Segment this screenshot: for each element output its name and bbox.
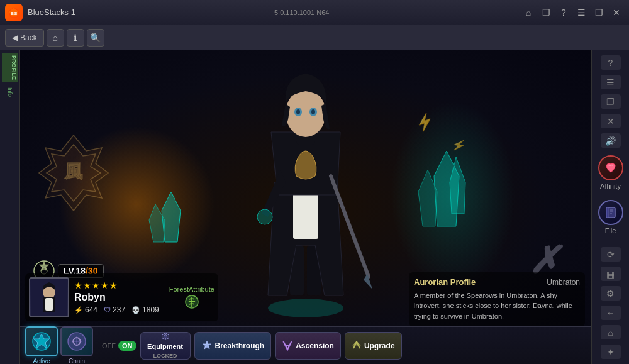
home-final-button[interactable]: ⌂ (601, 325, 621, 339)
chain-skill-icon (65, 330, 88, 353)
svg-marker-5 (162, 192, 181, 242)
equipment-button[interactable]: Equipment LOCKED (140, 332, 191, 360)
chain-skill-button[interactable] (60, 326, 93, 356)
stat-hp: ⚡ 644 (74, 306, 97, 314)
affinity-heart-icon (604, 161, 618, 175)
attribute-section: ForestAttribute (169, 285, 214, 309)
action-bar: Active Chain OFF ON Equipment LOCKED (20, 326, 591, 364)
file-icon (598, 200, 623, 225)
skill-buttons-group: Active Chain (25, 326, 93, 364)
help-sidebar-button[interactable]: ? (601, 55, 621, 70)
crystal-right-group (415, 151, 478, 267)
character-name: Robyn (74, 292, 159, 303)
breakthrough-label: Breakthrough (215, 341, 265, 350)
character-card: ★ ★ ★ ★ ★ Robyn ⚡ 644 🛡 237 (25, 273, 218, 321)
back-button[interactable]: ◀ Back (5, 29, 44, 47)
ascension-label: Ascension (296, 341, 334, 350)
file-book-icon (604, 206, 618, 219)
svg-rect-28 (45, 298, 53, 311)
profile-header: Aurorian Profile Umbraton (414, 277, 580, 287)
ascension-button[interactable]: Ascension (275, 332, 341, 360)
clan-emblem: 風 (33, 132, 114, 214)
active-skill-button[interactable] (25, 326, 58, 356)
upgrade-label: Upgrade (364, 341, 395, 350)
def-icon: 🛡 (104, 306, 111, 314)
help-button[interactable]: ? (556, 5, 571, 20)
toggle-on-button[interactable]: ON (118, 341, 136, 351)
svg-point-19 (311, 109, 315, 114)
settings-button[interactable]: ⚙ (601, 286, 621, 301)
volume-sidebar-button[interactable]: 🔊 (601, 133, 621, 148)
copy-button[interactable]: ❐ (538, 5, 554, 20)
affinity-label: Affinity (600, 182, 621, 190)
game-viewport: 風 ⚡ ⚡ (20, 50, 591, 364)
window-controls: ⌂ ❐ ? ☰ ❐ ✕ (521, 5, 624, 20)
skill-buttons-row (25, 326, 93, 356)
restore-button[interactable]: ❐ (591, 5, 606, 20)
upgrade-icon (352, 341, 362, 351)
star-button[interactable]: ✦ (601, 345, 621, 359)
svg-text:BS: BS (10, 11, 18, 16)
svg-point-10 (268, 299, 343, 317)
file-button[interactable]: File (596, 197, 626, 237)
attribute-label: ForestAttribute (169, 285, 214, 293)
svg-marker-34 (164, 334, 167, 338)
home-nav-button[interactable]: ⌂ (47, 29, 64, 47)
equipment-label: Equipment (147, 343, 183, 350)
svg-text:風: 風 (64, 162, 82, 181)
crystal-left-group (146, 192, 196, 270)
app-title: BlueStacks 1 (28, 8, 269, 17)
character-figure (205, 57, 406, 321)
svg-rect-13 (293, 189, 318, 239)
svg-rect-38 (606, 207, 608, 218)
window-sidebar-button[interactable]: ❐ (601, 94, 621, 109)
zoom-nav-button[interactable]: 🔍 (87, 29, 104, 47)
skill-labels-row: Active Chain (25, 358, 93, 364)
home-button[interactable]: ⌂ (521, 5, 536, 20)
breakthrough-icon (201, 340, 213, 351)
grid-button[interactable]: ▦ (601, 267, 621, 281)
back-icon: ◀ (12, 33, 18, 42)
chain-skill-icon-bg (62, 328, 92, 355)
rotate-button[interactable]: ⟳ (601, 247, 621, 262)
equipment-locked-label: LOCKED (153, 353, 177, 359)
stat-def: 🛡 237 (104, 306, 125, 314)
info-tab-label[interactable]: Info (6, 86, 14, 98)
forest-attribute-icon (184, 294, 199, 309)
affinity-icon (598, 155, 623, 180)
attribute-display: ForestAttribute (169, 285, 214, 309)
active-skill-icon (30, 330, 53, 353)
toggle-off-label: OFF (102, 342, 116, 350)
upgrade-button[interactable]: Upgrade (345, 332, 402, 360)
equipment-icon (159, 333, 172, 340)
menu-button[interactable]: ☰ (574, 5, 589, 20)
svg-point-20 (257, 209, 272, 224)
profile-info-section: ★ ★ ★ ★ ★ Robyn ⚡ 644 🛡 237 (74, 280, 159, 314)
right-sidebar: ? ☰ ❐ ✕ 🔊 Affinity (591, 50, 629, 364)
menu-sidebar-button[interactable]: ☰ (601, 75, 621, 89)
character-avatar (29, 277, 69, 317)
toggle-group: OFF ON (102, 341, 136, 351)
chain-skill-label: Chain (60, 358, 93, 364)
active-skill-icon-bg (26, 328, 57, 355)
character-stats: ⚡ 644 🛡 237 💀 1809 (74, 306, 159, 314)
nav-bar: ◀ Back ⌂ ℹ 🔍 (0, 25, 629, 50)
main-content: PROFILE Info 風 (0, 50, 629, 364)
stat-atk: 💀 1809 (131, 306, 159, 314)
aurorian-profile-panel: Aurorian Profile Umbraton A member of th… (409, 272, 585, 327)
title-bar: BS BlueStacks 1 5.0.110.1001 N64 ⌂ ❐ ? ☰… (0, 0, 629, 25)
svg-point-15 (286, 89, 326, 137)
breakthrough-button[interactable]: Breakthrough (194, 332, 272, 360)
left-sidebar: PROFILE Info (0, 50, 20, 364)
active-skill-label: Active (25, 358, 58, 364)
profile-tab-label[interactable]: PROFILE (2, 53, 18, 82)
profile-description: A member of the Spearows in Umbraton. A … (414, 290, 580, 322)
close-sidebar-button[interactable]: ✕ (601, 114, 621, 128)
close-button[interactable]: ✕ (609, 5, 624, 20)
back-arrow-button[interactable]: ← (601, 306, 621, 320)
affinity-button[interactable]: Affinity (596, 153, 626, 192)
atk-icon: 💀 (131, 306, 140, 314)
character-stars: ★ ★ ★ ★ ★ (74, 280, 159, 290)
svg-point-18 (296, 109, 300, 114)
info-nav-button[interactable]: ℹ (67, 29, 84, 47)
